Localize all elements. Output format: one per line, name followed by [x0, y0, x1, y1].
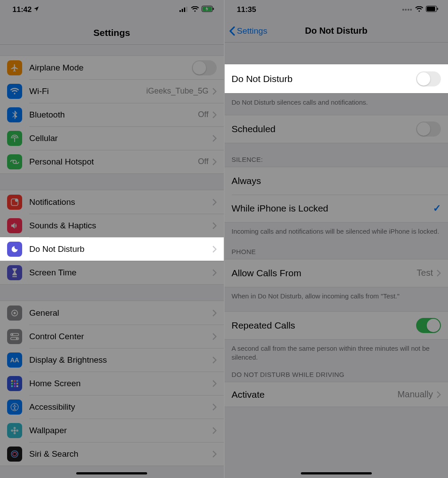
- row-airplane-mode[interactable]: Airplane Mode: [0, 56, 224, 79]
- dnd-settings-list[interactable]: Do Not Disturb Do Not Disturb silences c…: [225, 43, 448, 478]
- chevron-right-icon: [212, 451, 217, 458]
- svg-rect-0: [179, 10, 181, 12]
- row-value: Off: [198, 110, 209, 119]
- chevron-right-icon: [212, 380, 217, 387]
- svg-rect-6: [213, 8, 214, 10]
- group-scheduled: Scheduled: [225, 115, 448, 143]
- svg-rect-23: [16, 385, 18, 387]
- row-silence-locked[interactable]: While iPhone is Locked ✓: [225, 195, 448, 222]
- svg-point-12: [12, 333, 13, 335]
- gear-icon: [7, 306, 22, 321]
- row-label: Wi-Fi: [29, 86, 146, 96]
- phone-header: PHONE: [225, 239, 448, 259]
- svg-point-28: [14, 432, 16, 434]
- chevron-right-icon: [436, 391, 441, 398]
- svg-rect-3: [186, 7, 187, 12]
- group-notifications: Notifications Sounds & Haptics Do Not Di…: [0, 190, 224, 285]
- grid-icon: [7, 376, 22, 391]
- row-wallpaper[interactable]: Wallpaper: [0, 419, 224, 442]
- row-home-screen[interactable]: Home Screen: [0, 372, 224, 395]
- row-control-center[interactable]: Control Center: [0, 325, 224, 348]
- toggle-dnd[interactable]: [416, 71, 441, 86]
- back-button[interactable]: Settings: [229, 26, 268, 36]
- chevron-right-icon: [212, 357, 217, 364]
- location-icon: [33, 5, 39, 14]
- row-screen-time[interactable]: Screen Time: [0, 261, 224, 284]
- svg-point-25: [14, 404, 15, 406]
- svg-point-14: [16, 337, 18, 339]
- row-siri-search[interactable]: Siri & Search: [0, 442, 224, 466]
- row-display-brightness[interactable]: AA Display & Brightness: [0, 348, 224, 372]
- svg-point-8: [15, 199, 18, 202]
- settings-list[interactable]: Airplane Mode Wi-Fi iGeeks_Tube_5G Bluet…: [0, 45, 224, 478]
- flower-icon: [7, 423, 22, 438]
- svg-rect-20: [16, 383, 18, 384]
- chevron-right-icon: [212, 269, 217, 276]
- airplane-icon: [7, 60, 22, 75]
- row-label: Activate: [232, 389, 397, 400]
- chevron-right-icon: [212, 404, 217, 411]
- chevron-right-icon: [212, 427, 217, 434]
- row-value: Test: [417, 268, 433, 278]
- wifi-icon: [191, 5, 199, 14]
- status-bar: 11:42: [0, 0, 224, 20]
- status-time: 11:42: [12, 5, 31, 14]
- switches-icon: [7, 329, 22, 344]
- svg-point-26: [14, 429, 16, 431]
- svg-rect-35: [437, 8, 438, 10]
- notification-icon: [7, 195, 22, 210]
- row-label: Do Not Disturb: [232, 74, 417, 84]
- row-cellular[interactable]: Cellular: [0, 126, 224, 150]
- svg-rect-34: [427, 7, 435, 11]
- group-activate: Activate Manually: [225, 382, 448, 407]
- chevron-right-icon: [436, 270, 441, 277]
- row-personal-hotspot[interactable]: Personal Hotspot Off: [0, 150, 224, 173]
- hourglass-icon: [7, 265, 22, 280]
- wifi-icon: [415, 5, 423, 14]
- row-value: iGeeks_Tube_5G: [146, 86, 208, 96]
- signal-icon: [179, 5, 188, 14]
- row-label: Siri & Search: [29, 449, 212, 459]
- row-accessibility[interactable]: Accessibility: [0, 395, 224, 419]
- row-label: Home Screen: [29, 379, 212, 388]
- svg-rect-19: [14, 383, 16, 384]
- toggle-scheduled[interactable]: [416, 121, 441, 137]
- row-dnd-toggle[interactable]: Do Not Disturb: [225, 64, 448, 93]
- row-general[interactable]: General: [0, 301, 224, 325]
- row-wifi[interactable]: Wi-Fi iGeeks_Tube_5G: [0, 79, 224, 103]
- toggle-repeated[interactable]: [416, 318, 441, 333]
- silence-footer: Incoming calls and notifications will be…: [225, 223, 448, 239]
- repeated-footer: A second call from the same person withi…: [225, 340, 448, 365]
- speaker-icon: [7, 218, 22, 233]
- row-allow-calls[interactable]: Allow Calls From Test: [225, 259, 448, 287]
- row-label: Notifications: [29, 197, 212, 207]
- row-silence-always[interactable]: Always: [225, 167, 448, 195]
- row-label: Screen Time: [29, 268, 212, 278]
- svg-point-30: [16, 429, 18, 431]
- svg-point-29: [11, 429, 13, 431]
- wifi-box-icon: [7, 84, 22, 99]
- row-activate[interactable]: Activate Manually: [225, 382, 448, 407]
- home-indicator[interactable]: [76, 472, 147, 474]
- row-label: Do Not Disturb: [29, 244, 212, 254]
- row-scheduled[interactable]: Scheduled: [225, 115, 448, 143]
- svg-rect-1: [182, 9, 183, 12]
- silence-header: SILENCE:: [225, 143, 448, 167]
- row-label: Control Center: [29, 332, 212, 341]
- row-sounds-haptics[interactable]: Sounds & Haptics: [0, 214, 224, 237]
- chevron-right-icon: [212, 222, 217, 229]
- row-label: Personal Hotspot: [29, 157, 198, 167]
- dnd-footer: Do Not Disturb silences calls and notifi…: [225, 94, 448, 110]
- row-repeated-calls[interactable]: Repeated Calls: [225, 312, 448, 339]
- status-bar: 11:35 ••••: [225, 0, 448, 20]
- row-do-not-disturb[interactable]: Do Not Disturb: [0, 237, 224, 261]
- row-label: While iPhone is Locked: [232, 203, 433, 214]
- row-notifications[interactable]: Notifications: [0, 190, 224, 214]
- toggle-airplane[interactable]: [192, 60, 217, 75]
- row-bluetooth[interactable]: Bluetooth Off: [0, 103, 224, 126]
- row-value: Manually: [397, 389, 433, 400]
- home-indicator[interactable]: [301, 472, 372, 474]
- group-silence: Always While iPhone is Locked ✓: [225, 167, 448, 223]
- row-value: Off: [198, 157, 209, 166]
- group-allow-calls: Allow Calls From Test: [225, 259, 448, 287]
